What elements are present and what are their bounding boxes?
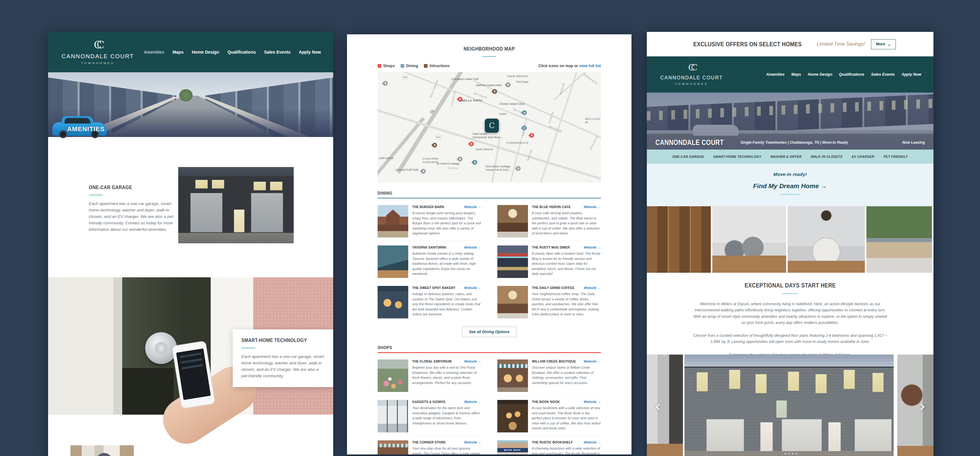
feature-bar: ONE-CAR GARAGE SMART-HOME TECHNOLOGY WAS…: [647, 150, 934, 164]
gallery-photo-bedroom[interactable]: [788, 206, 865, 273]
legend-attractions: Attractions: [424, 64, 450, 68]
map-pin-dining-icon[interactable]: [472, 159, 478, 166]
carousel-dot[interactable]: [788, 453, 790, 454]
shops-section-title: SHOPS: [378, 345, 601, 350]
listing-description: A classic burger joint serving juicy bur…: [412, 210, 481, 236]
map-hint: Click icons on map or view full list: [538, 64, 601, 68]
nav-home-design[interactable]: Home Design: [192, 49, 219, 54]
chevron-down-icon: ⌄: [888, 42, 891, 46]
view-full-list-link[interactable]: view full list: [579, 64, 601, 68]
brand-logo[interactable]: CC CANNONDALE COURT TOWNHOMES: [660, 64, 723, 86]
carousel-dot[interactable]: [795, 453, 797, 454]
find-my-dream-home-link[interactable]: Find My Dream Home →: [647, 182, 934, 190]
route-shield: 153: [402, 75, 407, 80]
website-link[interactable]: Website →: [464, 286, 481, 290]
listing-description: Your neighborhood coffee shop. The Daily…: [532, 292, 601, 317]
arrow-icon: →: [478, 400, 481, 403]
listing-name: THE FLORAL EMPORIUM: [412, 359, 452, 363]
map-area-label: BELLA VISTA: [461, 99, 482, 102]
nav-qualifications[interactable]: Qualifications: [228, 49, 256, 54]
nav-home-design[interactable]: Home Design: [808, 72, 832, 77]
brand-logo[interactable]: CC CANNONDALE COURT TOWNHOMES: [62, 40, 134, 65]
map-pin-icon[interactable]: [505, 81, 511, 88]
highway-road: [378, 117, 425, 183]
website-link[interactable]: Website →: [464, 246, 481, 249]
arrow-icon: →: [598, 359, 601, 363]
map-area-label: CANNONDALE: [506, 141, 528, 145]
section-body: Each apartment has a one-car garage, sma…: [89, 201, 175, 233]
feature-pet-friendly: PET FRIENDLY: [883, 155, 908, 158]
title-underline: [241, 348, 255, 348]
map-pin-icon[interactable]: [457, 156, 463, 162]
arrow-icon: →: [478, 440, 481, 444]
listing-description: Authentic Greek cuisine in a lively sett…: [412, 251, 481, 276]
website-link[interactable]: Website →: [464, 359, 481, 363]
gallery-photo-aerial[interactable]: [866, 206, 932, 273]
listing-description: A cozy bookstore with a wide selection o…: [532, 405, 601, 431]
arrow-icon: →: [598, 205, 601, 209]
listing-photo: [497, 246, 528, 278]
map-pin-icon[interactable]: [382, 80, 389, 86]
nav-maps[interactable]: Maps: [791, 72, 801, 77]
road: [554, 72, 587, 100]
map-pin-icon[interactable]: [515, 165, 522, 172]
nav-maps[interactable]: Maps: [172, 49, 183, 54]
listing-description: Your one-stop shop for all your grocery …: [412, 446, 481, 454]
nav-amenities[interactable]: Amenities: [144, 49, 164, 54]
monogram-icon: CC: [94, 40, 102, 51]
phone-screen: [176, 348, 211, 400]
website-link[interactable]: Website →: [584, 286, 601, 290]
gallery-photo-living-room[interactable]: [712, 206, 786, 273]
carousel-prev-button[interactable]: ‹: [655, 398, 661, 414]
main-nav: Amenities Maps Home Design Qualification…: [766, 72, 921, 77]
page-title: AMENITIES: [67, 125, 105, 133]
attractions-swatch-icon: [424, 64, 428, 68]
dining-underline: [378, 198, 601, 199]
nav-apply-now[interactable]: Apply Now: [299, 49, 321, 54]
website-link[interactable]: Website →: [584, 246, 601, 249]
feature-washer-dryer: WASHER & DRYER: [770, 155, 802, 158]
website-link[interactable]: Website →: [584, 359, 601, 363]
gallery-photo-kitchen[interactable]: [647, 206, 711, 273]
map-pin-shop-icon[interactable]: [468, 141, 475, 147]
listing-photo: BOOK SHOP: [497, 440, 528, 454]
see-all-dining-button[interactable]: See all Dining Options: [462, 327, 516, 337]
map-pin-shop-icon[interactable]: [528, 132, 535, 138]
carousel-dot[interactable]: [784, 453, 786, 454]
website-link[interactable]: Website →: [584, 440, 601, 444]
hero-title: CANNONDALE COURT: [655, 139, 724, 147]
carousel-dot[interactable]: [781, 453, 783, 454]
arrow-icon: →: [478, 205, 481, 209]
car-wheel: [59, 130, 67, 138]
website-link[interactable]: Website →: [464, 440, 481, 444]
section-body: Each apartment has a one-car garage, sma…: [241, 354, 326, 379]
nav-apply-now[interactable]: Apply Now: [901, 72, 921, 77]
map-area-label: TWIN BROOK: [507, 75, 528, 78]
website-link[interactable]: Website →: [464, 400, 481, 403]
listing-willow-creek: WILLOW CREEK BOUTIQUE Website → Discover…: [497, 355, 601, 395]
map-pin-attraction-icon[interactable]: [431, 142, 438, 148]
smart-lock-icon: [145, 332, 177, 364]
carousel-next-button[interactable]: ›: [919, 398, 926, 414]
listing-photo: [497, 286, 528, 319]
more-button[interactable]: More⌄: [871, 39, 896, 49]
nav-sales-events[interactable]: Sales Events: [264, 49, 290, 54]
carousel-prev-slide: [647, 355, 683, 456]
map-pin-icon[interactable]: [420, 168, 426, 174]
nav-amenities[interactable]: Amenities: [766, 72, 784, 77]
website-link[interactable]: Website →: [584, 400, 601, 403]
website-link[interactable]: Website →: [584, 205, 601, 209]
neighborhood-map[interactable]: 153 75 320 C Carrabba's Italian Grill TW…: [378, 72, 601, 183]
property-marker-icon[interactable]: C: [485, 119, 499, 133]
shops-underline: [378, 352, 601, 353]
nav-qualifications[interactable]: Qualifications: [839, 72, 865, 77]
home-page: EXCLUSIVE OFFERS ON SELECT HOMES Limited…: [647, 32, 934, 456]
listing-rusty-mug: THE RUSTY MUG DINER Website → A classic …: [497, 241, 601, 281]
carousel-dot[interactable]: [792, 453, 794, 454]
listing-photo: [378, 359, 408, 392]
website-link[interactable]: Website →: [464, 205, 481, 209]
title-underline: [782, 293, 798, 294]
garage-section: ONE-CAR GARAGE Each apartment has a one-…: [89, 185, 175, 233]
carousel-next-slide: [897, 355, 934, 456]
nav-sales-events[interactable]: Sales Events: [871, 72, 894, 77]
